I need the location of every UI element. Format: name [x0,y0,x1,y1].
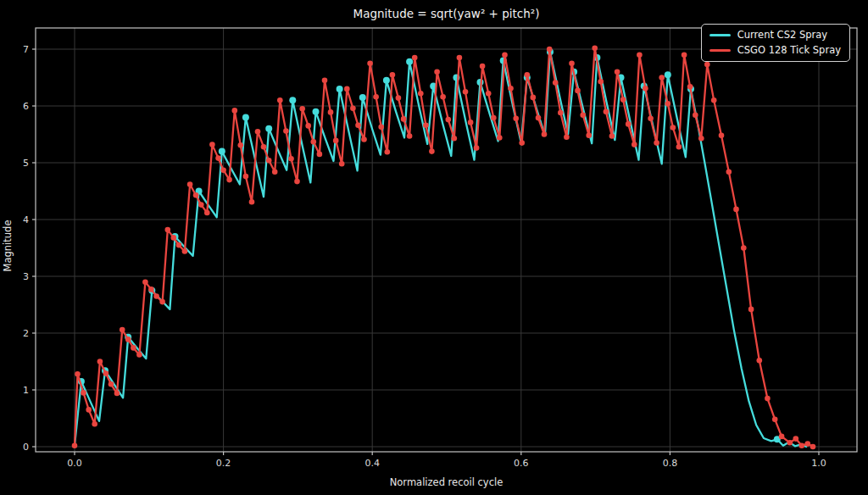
series-marker-csgo-128-tick-spray [547,47,553,53]
series-marker-csgo-128-tick-spray [575,88,581,94]
y-tick-label: 1 [23,385,29,396]
plot-border [36,28,857,452]
series-marker-current-cs2-spray [289,97,296,103]
y-tick-label: 5 [23,158,29,169]
series-marker-csgo-128-tick-spray [148,286,154,292]
series-marker-csgo-128-tick-spray [344,86,350,92]
series-marker-csgo-128-tick-spray [396,95,402,101]
series-marker-csgo-128-tick-spray [779,434,785,440]
series-marker-csgo-128-tick-spray [120,327,125,333]
series-marker-csgo-128-tick-spray [457,55,463,61]
series-marker-csgo-128-tick-spray [757,358,763,364]
series-marker-csgo-128-tick-spray [525,72,531,78]
series-marker-current-cs2-spray [406,58,413,65]
series-marker-csgo-128-tick-spray [659,75,665,81]
series-marker-csgo-128-tick-spray [592,45,598,51]
series-marker-csgo-128-tick-spray [232,108,238,114]
series-marker-csgo-128-tick-spray [198,202,204,208]
series-marker-csgo-128-tick-spray [277,97,283,103]
series-marker-csgo-128-tick-spray [531,95,537,101]
series-marker-csgo-128-tick-spray [569,61,575,67]
series-marker-csgo-128-tick-spray [637,52,643,58]
series-marker-csgo-128-tick-spray [266,158,272,164]
series-marker-csgo-128-tick-spray [670,125,676,131]
series-marker-csgo-128-tick-spray [193,192,199,198]
series-marker-csgo-128-tick-spray [305,123,311,129]
series-marker-csgo-128-tick-spray [787,440,793,446]
series-marker-csgo-128-tick-spray [491,115,497,121]
series-marker-csgo-128-tick-spray [333,138,339,144]
chart-canvas: 0.00.20.40.60.81.001234567 [0,0,868,495]
series-line-csgo-128-tick-spray [75,48,813,447]
series-marker-csgo-128-tick-spray [86,407,92,413]
series-marker-csgo-128-tick-spray [238,142,244,148]
legend: Current CS2 Spray CSGO 128 Tick Spray [701,24,850,62]
series-marker-csgo-128-tick-spray [350,105,356,111]
series-marker-csgo-128-tick-spray [390,72,396,78]
series-marker-csgo-128-tick-spray [665,101,671,107]
series-marker-csgo-128-tick-spray [423,123,429,129]
series-marker-csgo-128-tick-spray [165,227,171,233]
series-marker-csgo-128-tick-spray [131,345,136,351]
legend-item-csgo-128-tick-spray: CSGO 128 Tick Spray [709,44,841,56]
series-marker-csgo-128-tick-spray [793,436,799,442]
series-marker-csgo-128-tick-spray [92,421,97,427]
series-marker-csgo-128-tick-spray [726,169,732,175]
y-tick-label: 2 [23,328,29,339]
series-marker-csgo-128-tick-spray [328,109,334,115]
series-marker-csgo-128-tick-spray [412,55,418,61]
series-marker-csgo-128-tick-spray [446,117,452,123]
series-marker-current-cs2-spray [359,94,366,101]
x-tick-label: 1.0 [811,458,826,469]
series-marker-csgo-128-tick-spray [620,97,626,103]
x-tick-label: 0.8 [663,458,678,469]
x-tick-label: 0.0 [67,458,82,469]
series-marker-csgo-128-tick-spray [580,112,586,118]
series-marker-csgo-128-tick-spray [429,148,435,154]
series-marker-csgo-128-tick-spray [719,133,725,139]
series-marker-csgo-128-tick-spray [799,442,805,448]
series-marker-csgo-128-tick-spray [733,207,739,213]
series-marker-current-cs2-spray [313,108,320,115]
series-marker-csgo-128-tick-spray [299,106,305,112]
y-tick-label: 0 [23,442,29,453]
series-marker-csgo-128-tick-spray [182,248,188,254]
x-tick-label: 0.2 [216,458,231,469]
series-marker-csgo-128-tick-spray [153,293,159,299]
series-marker-csgo-128-tick-spray [463,89,469,95]
series-marker-csgo-128-tick-spray [75,371,81,377]
series-marker-csgo-128-tick-spray [626,121,632,127]
series-marker-csgo-128-tick-spray [558,110,564,116]
series-marker-csgo-128-tick-spray [407,133,413,139]
series-marker-csgo-128-tick-spray [765,396,771,402]
series-marker-csgo-128-tick-spray [508,86,514,92]
series-marker-current-cs2-spray [383,77,390,84]
series-marker-csgo-128-tick-spray [311,139,317,145]
y-tick-label: 3 [23,271,29,282]
x-tick-label: 0.6 [514,458,529,469]
series-marker-csgo-128-tick-spray [294,179,300,185]
y-tick-label: 4 [23,214,29,225]
series-marker-csgo-128-tick-spray [108,381,114,387]
series-marker-csgo-128-tick-spray [519,140,525,146]
y-tick-label: 7 [23,44,29,55]
legend-line-sample-cyan [709,34,731,36]
series-marker-csgo-128-tick-spray [553,80,559,86]
series-marker-csgo-128-tick-spray [434,70,440,75]
series-marker-csgo-128-tick-spray [373,94,379,100]
series-marker-csgo-128-tick-spray [711,97,717,103]
legend-label: Current CS2 Spray [737,29,827,41]
series-marker-csgo-128-tick-spray [772,417,778,423]
series-marker-csgo-128-tick-spray [159,299,165,305]
series-marker-csgo-128-tick-spray [385,149,391,155]
series-marker-csgo-128-tick-spray [114,391,120,397]
series-marker-csgo-128-tick-spray [322,78,328,84]
series-marker-csgo-128-tick-spray [361,136,367,142]
series-marker-csgo-128-tick-spray [643,86,648,92]
series-marker-csgo-128-tick-spray [682,52,687,58]
legend-item-current-cs2-spray: Current CS2 Spray [709,29,841,41]
series-marker-csgo-128-tick-spray [261,144,267,150]
series-marker-csgo-128-tick-spray [272,169,278,175]
series-marker-csgo-128-tick-spray [125,336,131,342]
series-marker-csgo-128-tick-spray [255,129,261,135]
